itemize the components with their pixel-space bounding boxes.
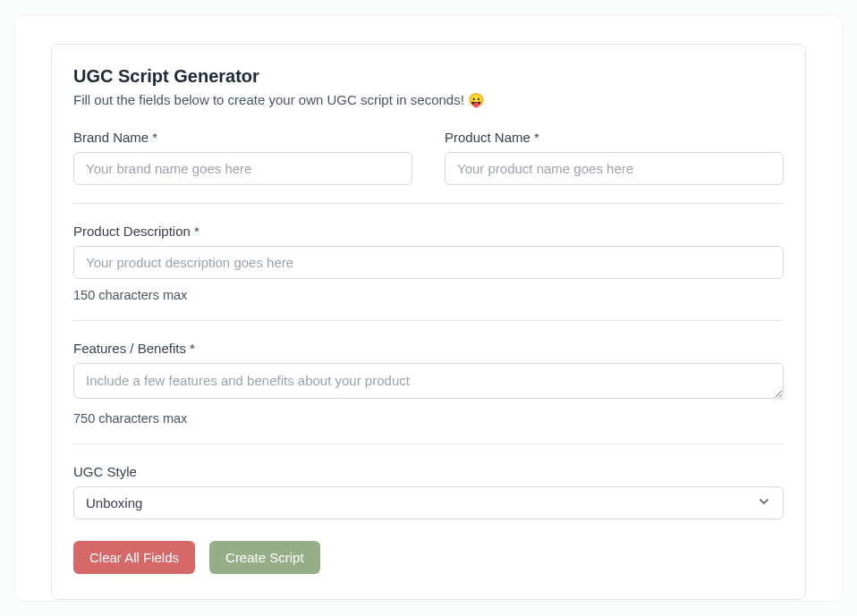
- description-input[interactable]: [73, 246, 784, 279]
- divider: [73, 443, 784, 444]
- features-field: Features / Benefits * 750 characters max: [73, 341, 784, 426]
- style-label: UGC Style: [73, 464, 784, 479]
- description-field: Product Description * 150 characters max: [73, 224, 784, 302]
- brand-product-row: Brand Name * Product Name *: [73, 130, 784, 185]
- features-helper: 750 characters max: [73, 411, 784, 426]
- brand-label: Brand Name *: [73, 130, 412, 145]
- page-title: UGC Script Generator: [73, 66, 784, 87]
- divider: [73, 203, 784, 204]
- description-helper: 150 characters max: [73, 288, 784, 302]
- product-label: Product Name *: [445, 130, 784, 145]
- style-select[interactable]: Unboxing: [73, 486, 784, 519]
- clear-button[interactable]: Clear All Fields: [73, 541, 195, 574]
- brand-input[interactable]: [73, 152, 412, 185]
- button-row: Clear All Fields Create Script: [73, 541, 784, 574]
- form-card: UGC Script Generator Fill out the fields…: [51, 44, 806, 600]
- create-button[interactable]: Create Script: [209, 541, 320, 574]
- page-container: UGC Script Generator Fill out the fields…: [14, 14, 843, 602]
- page-subtitle: Fill out the fields below to create your…: [73, 92, 784, 108]
- divider: [73, 320, 784, 321]
- features-textarea[interactable]: [73, 363, 784, 399]
- description-label: Product Description *: [73, 224, 784, 239]
- brand-field: Brand Name *: [73, 130, 412, 185]
- style-field: UGC Style Unboxing: [73, 464, 784, 519]
- style-select-wrap: Unboxing: [73, 486, 784, 519]
- product-field: Product Name *: [445, 130, 784, 185]
- features-label: Features / Benefits *: [73, 341, 784, 356]
- product-input[interactable]: [445, 152, 784, 185]
